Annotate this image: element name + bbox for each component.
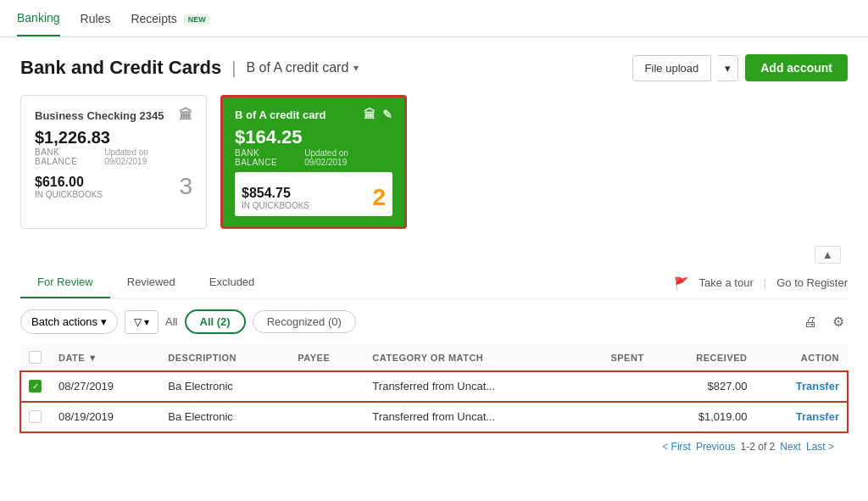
receipts-badge: NEW: [184, 14, 210, 25]
tab-for-review[interactable]: For Review: [20, 267, 110, 298]
filter-caret-icon: ▾: [144, 316, 149, 328]
transactions-table: DATE ▼ DESCRIPTION PAYEE CATEGORY OR MAT…: [20, 344, 848, 432]
take-tour-link[interactable]: Take a tour: [698, 276, 753, 289]
account-card-0[interactable]: Business Checking 2345 🏛 $1,226.83 BANK …: [20, 95, 207, 229]
card-0-bank-balance: $1,226.83: [35, 128, 192, 148]
card-1-count: 2: [372, 184, 386, 211]
filter-icon: ▽: [134, 316, 142, 328]
file-upload-caret-button[interactable]: ▾: [718, 55, 738, 81]
card-1-edit-icon[interactable]: ✎: [382, 108, 392, 121]
card-1-name: B of A credit card 🏛 ✎: [235, 108, 392, 121]
collapse-section: ▲: [20, 242, 848, 267]
col-checkbox: [20, 344, 50, 371]
row-1-checkbox-cell: [20, 402, 50, 432]
filter-button[interactable]: ▽ ▾: [125, 310, 159, 334]
row-1-checkbox[interactable]: [29, 410, 42, 423]
pagination-last[interactable]: Last >: [806, 441, 834, 453]
col-date[interactable]: DATE ▼: [50, 344, 159, 371]
pill-recognized[interactable]: Recognized (0): [253, 310, 356, 333]
row-0-action[interactable]: Transfer: [756, 371, 848, 402]
row-1-action[interactable]: Transfer: [756, 402, 848, 432]
col-received: RECEIVED: [653, 344, 756, 371]
nav-receipts[interactable]: Receipts NEW: [131, 2, 209, 36]
tabs-row: For Review Reviewed Excluded 🚩 Take a to…: [20, 267, 848, 299]
filter-all-label: All: [165, 315, 177, 328]
row-1-received: $1,019.00: [653, 402, 756, 432]
batch-actions-label: Batch actions: [31, 315, 97, 328]
row-0-checkbox-cell: ✓: [20, 371, 50, 402]
tab-reviewed[interactable]: Reviewed: [110, 267, 192, 298]
col-category: CATEGORY OR MATCH: [364, 344, 576, 371]
add-account-button[interactable]: Add account: [745, 54, 848, 81]
header-row: Bank and Credit Cards | B of A credit ca…: [20, 54, 848, 81]
collapse-button[interactable]: ▲: [815, 246, 841, 264]
card-0-name: Business Checking 2345 🏛: [35, 108, 192, 123]
account-card-1[interactable]: B of A credit card 🏛 ✎ $164.25 BANK BALA…: [220, 95, 407, 229]
go-to-register-link[interactable]: Go to Register: [776, 276, 848, 289]
table-row: ✓ 08/27/2019 Ba Electronic Transferred f…: [20, 371, 848, 402]
row-0-received: $827.00: [653, 371, 756, 402]
nav-banking[interactable]: Banking: [17, 1, 60, 36]
tour-icon: 🚩: [674, 276, 688, 290]
filter-row: Batch actions ▾ ▽ ▾ All All (2) Recogniz…: [20, 309, 848, 334]
pagination-previous[interactable]: Previous: [696, 441, 736, 453]
account-selector-caret: ▾: [353, 62, 359, 74]
selected-account-name: B of A credit card: [246, 60, 348, 75]
row-1-transfer-link[interactable]: Transfer: [796, 410, 839, 423]
pagination-range: 1-2 of 2: [741, 441, 776, 453]
file-upload-button[interactable]: File upload: [632, 55, 712, 81]
card-1-icons: 🏛 ✎: [364, 108, 392, 121]
card-1-bank-balance: $164.25: [235, 126, 392, 148]
row-0-spent: [576, 371, 653, 402]
card-0-qs-row: $616.00 IN QUICKBOOKS 3: [35, 173, 192, 200]
card-1-balance-label: BANK BALANCE: [235, 148, 304, 167]
batch-actions-button[interactable]: Batch actions ▾: [20, 309, 118, 334]
card-1-qs-balance: $854.75: [242, 186, 309, 201]
card-0-updated: Updated on 09/02/2019: [104, 148, 192, 166]
header-left: Bank and Credit Cards | B of A credit ca…: [20, 57, 359, 79]
top-nav: Banking Rules Receipts NEW: [0, 0, 868, 37]
batch-caret-icon: ▾: [101, 315, 107, 328]
row-1-category: Transferred from Uncat...: [364, 402, 576, 432]
col-spent: SPENT: [576, 344, 653, 371]
row-1-payee: [289, 402, 364, 432]
breadcrumb-divider: |: [231, 58, 236, 78]
card-1-qs-row: $854.75 IN QUICKBOOKS 2: [242, 184, 386, 211]
row-0-payee: [289, 371, 364, 402]
table-row: 08/19/2019 Ba Electronic Transferred fro…: [20, 402, 848, 432]
row-0-checkbox[interactable]: ✓: [29, 380, 42, 392]
table-body: ✓ 08/27/2019 Ba Electronic Transferred f…: [20, 371, 848, 432]
account-selector[interactable]: B of A credit card ▾: [246, 60, 359, 75]
select-all-checkbox[interactable]: [29, 351, 42, 364]
main-content: Bank and Credit Cards | B of A credit ca…: [0, 37, 868, 501]
account-cards: Business Checking 2345 🏛 $1,226.83 BANK …: [20, 95, 848, 229]
page-title: Bank and Credit Cards: [20, 57, 221, 79]
row-0-date: 08/27/2019: [50, 371, 159, 402]
card-1-updated: Updated on 09/02/2019: [304, 148, 392, 167]
row-0-description: Ba Electronic: [159, 371, 289, 402]
filter-right: 🖨 ⚙: [800, 310, 848, 333]
col-description: DESCRIPTION: [159, 344, 289, 371]
pagination-next[interactable]: Next: [780, 441, 801, 453]
pill-all[interactable]: All (2): [185, 309, 246, 334]
col-payee: PAYEE: [289, 344, 364, 371]
row-0-transfer-link[interactable]: Transfer: [796, 380, 839, 392]
card-0-qs-label: IN QUICKBOOKS: [35, 190, 103, 199]
print-button[interactable]: 🖨: [800, 311, 821, 333]
row-1-spent: [576, 402, 653, 432]
header-right: File upload ▾ Add account: [632, 54, 848, 81]
pagination-first[interactable]: < First: [662, 441, 691, 453]
tabs: For Review Reviewed Excluded: [20, 267, 271, 298]
tab-excluded[interactable]: Excluded: [192, 267, 271, 298]
card-0-count: 3: [179, 173, 192, 200]
nav-rules[interactable]: Rules: [81, 2, 111, 36]
card-1-qs-label: IN QUICKBOOKS: [242, 201, 309, 210]
card-0-balance-label: BANK BALANCE: [35, 148, 104, 166]
row-1-date: 08/19/2019: [50, 402, 159, 432]
settings-button[interactable]: ⚙: [829, 310, 848, 333]
tab-sep: |: [764, 276, 766, 289]
table-header: DATE ▼ DESCRIPTION PAYEE CATEGORY OR MAT…: [20, 344, 848, 371]
tab-actions: 🚩 Take a tour | Go to Register: [674, 276, 848, 290]
card-1-bank-icon[interactable]: 🏛: [364, 108, 376, 121]
col-action: ACTION: [756, 344, 848, 371]
